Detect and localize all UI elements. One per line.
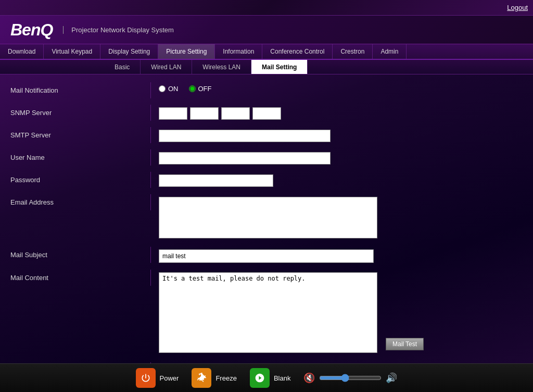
nav-item-download[interactable]: Download [0,44,44,59]
mail-content-textarea[interactable] [159,272,377,353]
email-address-textarea[interactable] [159,197,377,238]
freeze-label: Freeze [215,374,236,382]
email-textarea-container [159,197,377,240]
subnav-item-wireless-lan[interactable]: Wireless LAN [192,60,251,74]
subnav-item-basic[interactable]: Basic [104,60,141,74]
sub-nav: Basic Wired LAN Wireless LAN Mail Settin… [0,60,533,74]
freeze-icon [192,368,211,388]
email-address-row: Email Address [10,194,523,243]
volume-slider[interactable] [319,374,382,382]
password-label: Password [10,172,151,188]
volume-high-icon: 🔊 [386,372,397,384]
mail-subject-row: Mail Subject [10,247,523,265]
power-label: Power [160,374,179,382]
snmp-server-row: SNMP Server [10,105,523,123]
smtp-server-row: SMTP Server [10,127,523,145]
email-address-label: Email Address [10,194,151,210]
radio-off-input[interactable] [189,85,196,92]
mail-subject-label: Mail Subject [10,247,151,263]
smtp-server-input[interactable] [159,130,331,142]
radio-off-text: OFF [198,85,212,93]
mail-notification-field: ON OFF [151,82,523,95]
logo: BenQ Projector Network Display System [10,20,174,40]
snmp-input-2[interactable] [190,107,219,120]
password-row: Password [10,172,523,190]
blank-button[interactable]: Blank [250,368,291,388]
snmp-input-3[interactable] [221,107,250,120]
nav-item-virtual-keypad[interactable]: Virtual Keypad [44,44,100,59]
logo-text: BenQ [10,20,53,40]
blank-icon [250,368,270,388]
nav-item-information[interactable]: Information [215,44,262,59]
snmp-server-field [151,105,523,122]
top-bar: Logout [0,0,533,16]
freeze-button[interactable]: Freeze [192,368,236,388]
radio-on-label[interactable]: ON [159,85,179,93]
radio-on-input[interactable] [159,85,166,92]
mail-test-button[interactable]: Mail Test [386,338,424,350]
power-icon [136,368,156,388]
radio-off-label[interactable]: OFF [189,85,212,93]
mail-content-label: Mail Content [10,270,151,286]
mail-content-row: Mail Content Mail Test [10,270,523,358]
nav-item-picture-setting[interactable]: Picture Setting [158,44,215,59]
logo-subtitle: Projector Network Display System [63,26,174,34]
email-address-field [151,194,523,243]
username-row: User Name [10,149,523,168]
nav-item-admin[interactable]: Admin [373,44,407,59]
mail-subject-field [151,247,523,265]
password-field [151,172,523,189]
password-input[interactable] [159,174,273,187]
power-button[interactable]: Power [136,368,179,388]
smtp-server-field [151,127,523,145]
username-field [151,149,523,167]
smtp-server-label: SMTP Server [10,127,151,143]
subnav-item-wired-lan[interactable]: Wired LAN [141,60,192,74]
mail-content-field: Mail Test [151,270,523,356]
volume-low-icon: 🔇 [303,372,315,384]
nav-item-display-setting[interactable]: Display Setting [100,44,158,59]
form-container: Mail Notification ON OFF SNMP Server [0,74,533,363]
username-label: User Name [10,149,151,166]
subnav-item-mail-setting[interactable]: Mail Setting [251,60,308,74]
radio-on-text: ON [168,85,179,93]
username-input[interactable] [159,152,331,165]
bottom-bar: Power Freeze Blank 🔇 🔊 [0,363,533,392]
radio-group: ON OFF [159,85,212,93]
blank-label: Blank [274,374,291,382]
mail-subject-input[interactable] [159,249,374,263]
snmp-input-4[interactable] [252,107,281,120]
volume-control: 🔇 🔊 [303,372,397,384]
header: BenQ Projector Network Display System [0,16,533,44]
snmp-inputs [159,107,281,120]
main-nav: Download Virtual Keypad Display Setting … [0,44,533,60]
mail-notification-label: Mail Notification [10,82,151,98]
snmp-server-label: SNMP Server [10,105,151,121]
nav-item-crestron[interactable]: Crestron [333,44,373,59]
logout-button[interactable]: Logout [507,4,528,11]
content-area: Mail Notification ON OFF SNMP Server [0,74,533,363]
snmp-input-1[interactable] [159,107,187,120]
mail-notification-row: Mail Notification ON OFF [10,82,523,100]
nav-item-conference-control[interactable]: Conference Control [262,44,333,59]
